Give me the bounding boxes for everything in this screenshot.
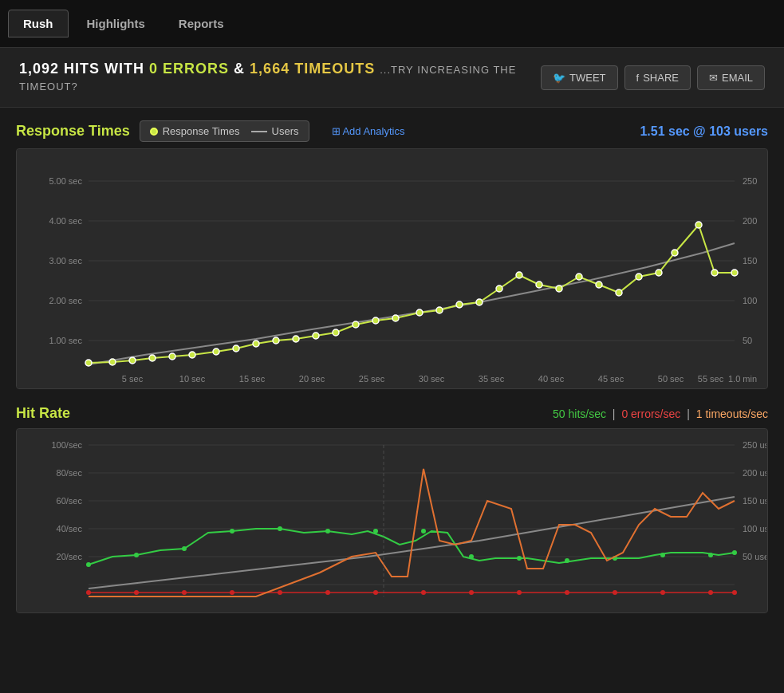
svg-point-19 bbox=[149, 355, 156, 361]
svg-text:100/sec: 100/sec bbox=[51, 440, 82, 450]
email-button[interactable]: ✉ EMAIL bbox=[697, 65, 765, 90]
svg-text:1.00 sec: 1.00 sec bbox=[49, 336, 82, 345]
svg-point-24 bbox=[253, 341, 259, 347]
tweet-button[interactable]: 🐦 TWEET bbox=[541, 65, 618, 90]
svg-point-48 bbox=[731, 270, 738, 276]
banner-text: 1,092 HITS WITH 0 ERRORS & 1,664 TIMEOUT… bbox=[19, 61, 541, 94]
main-content: Response Times Response Times Users ⊞ Ad… bbox=[0, 108, 784, 634]
svg-point-20 bbox=[169, 353, 175, 360]
svg-text:1.0 min: 1.0 min bbox=[728, 374, 757, 384]
tab-highlights[interactable]: Highlights bbox=[72, 10, 160, 37]
svg-text:150 users: 150 users bbox=[743, 496, 766, 506]
svg-point-40 bbox=[576, 274, 582, 280]
svg-point-32 bbox=[416, 309, 423, 316]
svg-point-36 bbox=[496, 285, 502, 292]
response-times-chart: 5.00 sec 4.00 sec 3.00 sec 2.00 sec 1.00… bbox=[16, 148, 768, 389]
hit-rate-header: Hit Rate 50 hits/sec | 0 errors/sec | 1 … bbox=[16, 405, 768, 422]
svg-point-33 bbox=[436, 307, 443, 313]
share-label: SHARE bbox=[643, 72, 679, 84]
timeouts-label: TIMEOUTS bbox=[294, 61, 380, 77]
svg-point-97 bbox=[278, 526, 282, 531]
hits-per-sec: 50 hits/sec bbox=[553, 408, 609, 420]
svg-point-26 bbox=[293, 336, 299, 342]
svg-text:50: 50 bbox=[743, 336, 752, 345]
svg-point-28 bbox=[333, 329, 339, 336]
hit-rate-section: Hit Rate 50 hits/sec | 0 errors/sec | 1 … bbox=[16, 405, 768, 613]
tab-reports[interactable]: Reports bbox=[163, 10, 239, 37]
svg-point-30 bbox=[372, 317, 379, 324]
svg-text:100 users: 100 users bbox=[743, 524, 766, 534]
plus-icon: ⊞ bbox=[332, 125, 343, 137]
tab-rush[interactable]: Rush bbox=[8, 10, 69, 37]
svg-point-46 bbox=[695, 222, 702, 228]
svg-text:200: 200 bbox=[743, 216, 757, 226]
svg-point-78 bbox=[86, 590, 91, 595]
share-button[interactable]: f SHARE bbox=[624, 65, 691, 90]
svg-point-102 bbox=[517, 556, 522, 561]
timeouts-per-sec: 1 timeouts/sec bbox=[696, 408, 768, 420]
svg-text:40 sec: 40 sec bbox=[538, 374, 565, 384]
svg-text:20/sec: 20/sec bbox=[57, 552, 83, 561]
svg-point-43 bbox=[636, 274, 642, 280]
svg-point-103 bbox=[565, 558, 569, 563]
response-times-section: Response Times Response Times Users ⊞ Ad… bbox=[16, 120, 768, 389]
svg-text:45 sec: 45 sec bbox=[598, 374, 624, 384]
sep1: | bbox=[613, 408, 619, 420]
svg-point-105 bbox=[660, 553, 665, 557]
svg-point-90 bbox=[660, 590, 665, 595]
errors-per-sec: 0 errors/sec bbox=[621, 408, 684, 420]
svg-point-35 bbox=[476, 299, 483, 305]
hits-label: HITS WITH bbox=[64, 61, 149, 77]
svg-point-38 bbox=[536, 282, 542, 288]
twitter-icon: 🐦 bbox=[553, 72, 565, 84]
svg-text:2.00 sec: 2.00 sec bbox=[49, 296, 82, 305]
svg-text:15 sec: 15 sec bbox=[239, 374, 266, 384]
svg-text:60/sec: 60/sec bbox=[57, 496, 83, 506]
users-line bbox=[251, 131, 267, 132]
svg-point-100 bbox=[421, 529, 426, 534]
legend-users-label: Users bbox=[272, 125, 299, 137]
tweet-label: TWEET bbox=[569, 72, 606, 84]
svg-point-94 bbox=[134, 553, 139, 557]
svg-point-98 bbox=[325, 529, 330, 534]
svg-point-93 bbox=[86, 562, 91, 567]
svg-point-21 bbox=[189, 352, 195, 358]
response-times-header: Response Times Response Times Users ⊞ Ad… bbox=[16, 120, 768, 142]
svg-point-87 bbox=[517, 590, 522, 595]
svg-point-29 bbox=[353, 321, 359, 328]
stats-banner: 1,092 HITS WITH 0 ERRORS & 1,664 TIMEOUT… bbox=[0, 48, 784, 108]
add-analytics-label: Add Analytics bbox=[342, 125, 404, 137]
svg-point-16 bbox=[85, 360, 92, 366]
add-analytics-button[interactable]: ⊞ Add Analytics bbox=[332, 125, 405, 137]
svg-point-80 bbox=[182, 590, 187, 595]
svg-point-34 bbox=[456, 301, 463, 308]
legend-bar: Response Times Users bbox=[140, 120, 309, 142]
svg-point-17 bbox=[109, 359, 116, 365]
svg-text:5 sec: 5 sec bbox=[122, 374, 144, 384]
svg-text:55 sec: 55 sec bbox=[698, 374, 724, 384]
svg-text:40/sec: 40/sec bbox=[57, 524, 83, 534]
svg-point-96 bbox=[230, 529, 234, 534]
hit-rate-stats: 50 hits/sec | 0 errors/sec | 1 timeouts/… bbox=[553, 408, 768, 420]
svg-point-85 bbox=[421, 590, 426, 595]
svg-point-22 bbox=[213, 348, 219, 355]
svg-point-45 bbox=[672, 250, 678, 256]
svg-point-101 bbox=[469, 554, 474, 559]
svg-point-41 bbox=[596, 282, 602, 288]
legend-response-label: Response Times bbox=[163, 125, 240, 137]
svg-text:20 sec: 20 sec bbox=[299, 374, 325, 384]
hit-rate-title: Hit Rate bbox=[16, 405, 70, 422]
response-stat: 1.51 sec @ 103 users bbox=[640, 124, 768, 139]
svg-point-107 bbox=[732, 550, 737, 555]
svg-text:4.00 sec: 4.00 sec bbox=[49, 216, 82, 226]
facebook-icon: f bbox=[636, 72, 640, 84]
svg-point-89 bbox=[613, 590, 617, 595]
svg-text:25 sec: 25 sec bbox=[359, 374, 385, 384]
svg-point-37 bbox=[516, 272, 522, 278]
svg-point-92 bbox=[732, 590, 737, 595]
response-times-title: Response Times bbox=[16, 123, 130, 140]
svg-point-23 bbox=[233, 345, 239, 352]
svg-point-44 bbox=[656, 270, 662, 276]
hits-count: 1,092 bbox=[19, 61, 59, 77]
sep2: | bbox=[687, 408, 693, 420]
